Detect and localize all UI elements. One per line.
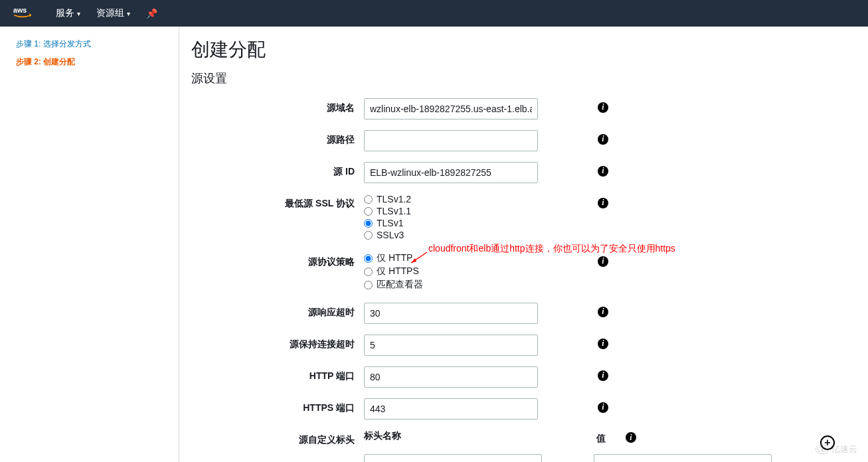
info-icon[interactable]: i [598, 307, 608, 317]
info-icon[interactable]: i [598, 370, 608, 381]
http-port-label: HTTP 端口 [191, 366, 364, 382]
wizard-sidebar: 步骤 1: 选择分发方式 步骤 2: 创建分配 [0, 27, 179, 462]
radio-label: TLSv1.1 [377, 206, 411, 216]
radio-label: TLSv1 [377, 218, 403, 228]
radio-label: 仅 HTTPS [377, 266, 419, 277]
step-1-link[interactable]: 步骤 1: 选择分发方式 [16, 38, 163, 50]
radio-http-only-input[interactable] [364, 254, 373, 263]
origin-path-input[interactable] [364, 130, 538, 151]
info-icon[interactable]: i [598, 102, 608, 113]
custom-header-label: 源自定义标头 [191, 430, 364, 446]
radio-sslv3[interactable]: SSLv3 [364, 230, 538, 240]
radio-label: TLSv1.2 [377, 194, 411, 204]
resp-timeout-input[interactable] [364, 303, 538, 324]
nav-resource-groups[interactable]: 资源组 ▾ [96, 7, 130, 19]
info-icon[interactable]: i [626, 432, 636, 443]
http-port-input[interactable] [364, 366, 538, 388]
origin-id-input[interactable] [364, 162, 538, 183]
header-value-input[interactable] [594, 454, 772, 462]
watermark-text: 亿速云 [831, 443, 857, 455]
radio-tlsv11[interactable]: TLSv1.1 [364, 206, 538, 216]
info-icon[interactable]: i [598, 339, 608, 349]
radio-tlsv12[interactable]: TLSv1.2 [364, 194, 538, 204]
radio-match-viewer[interactable]: 匹配查看器 [364, 279, 538, 291]
aws-logo[interactable]: aws [13, 5, 40, 21]
radio-label: 匹配查看器 [377, 279, 423, 291]
radio-match-viewer-input[interactable] [364, 281, 373, 289]
header-value-col: 值 [596, 430, 606, 445]
header-name-col: 标头名称 [364, 427, 401, 441]
header-name-input[interactable] [364, 454, 542, 462]
main-content: 创建分配 源设置 源域名 i 源路径 i 源 ID i 最低源 SSL 协议 T… [179, 27, 868, 462]
radio-tlsv12-input[interactable] [364, 195, 373, 204]
https-port-label: HTTPS 端口 [191, 398, 364, 414]
radio-label: 仅 HTTP [377, 252, 412, 264]
radio-label: SSLv3 [377, 230, 404, 240]
svg-marker-2 [411, 258, 416, 263]
annotation-text: cloudfront和elb通过http连接，你也可以为了安全只使用https [428, 243, 675, 255]
keepalive-input[interactable] [364, 335, 538, 356]
info-icon[interactable]: i [598, 134, 608, 145]
info-icon[interactable]: i [598, 198, 608, 208]
info-icon[interactable]: i [598, 256, 608, 267]
watermark: 亿速云 [816, 443, 857, 455]
nav-services[interactable]: 服务 ▾ [56, 7, 80, 19]
radio-sslv3-input[interactable] [364, 231, 373, 240]
svg-text:aws: aws [13, 6, 27, 14]
keepalive-label: 源保持连接超时 [191, 335, 364, 350]
radio-tlsv1-input[interactable] [364, 219, 373, 228]
nav-resource-groups-label: 资源组 [96, 7, 124, 19]
origin-path-label: 源路径 [191, 130, 364, 146]
watermark-icon [816, 445, 829, 454]
radio-https-only-input[interactable] [364, 268, 373, 276]
chevron-down-icon: ▾ [77, 10, 80, 17]
min-ssl-radios: TLSv1.2 TLSv1.1 TLSv1 SSLv3 [364, 194, 538, 242]
protocol-radios: 仅 HTTP 仅 HTTPS 匹配查看器 [364, 252, 538, 292]
annotation-arrow [408, 251, 428, 266]
resp-timeout-label: 源响应超时 [191, 303, 364, 319]
top-nav: aws 服务 ▾ 资源组 ▾ 📌 [0, 0, 868, 27]
page-title: 创建分配 [191, 37, 856, 62]
origin-id-label: 源 ID [191, 162, 364, 178]
info-icon[interactable]: i [598, 166, 608, 177]
radio-https-only[interactable]: 仅 HTTPS [364, 266, 538, 277]
info-icon[interactable]: i [598, 402, 608, 413]
origin-domain-input[interactable] [364, 98, 538, 119]
radio-tlsv11-input[interactable] [364, 207, 373, 216]
protocol-label: 源协议策略 [191, 252, 364, 268]
pin-icon[interactable]: 📌 [146, 8, 157, 19]
step-2-link[interactable]: 步骤 2: 创建分配 [16, 56, 163, 68]
min-ssl-label: 最低源 SSL 协议 [191, 194, 364, 210]
nav-services-label: 服务 [56, 7, 74, 19]
https-port-input[interactable] [364, 398, 538, 420]
section-title: 源设置 [191, 70, 856, 86]
origin-domain-label: 源域名 [191, 98, 364, 114]
chevron-down-icon: ▾ [127, 10, 130, 17]
radio-tlsv1[interactable]: TLSv1 [364, 218, 538, 228]
